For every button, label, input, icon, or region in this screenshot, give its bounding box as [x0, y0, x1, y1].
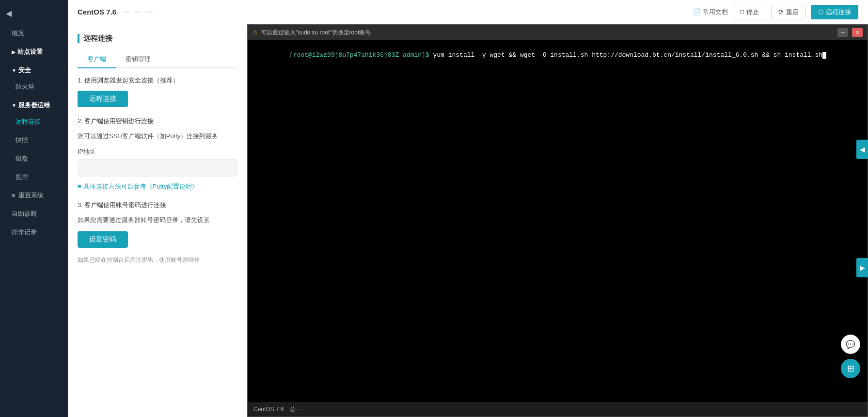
- restart-label: 重启: [786, 8, 799, 16]
- warn-icon: ⚠: [253, 29, 258, 36]
- grid-button[interactable]: ⊞: [841, 359, 860, 378]
- docs-icon: 📄: [693, 8, 701, 16]
- remote-connect-button[interactable]: ⬡ 远程连接: [811, 5, 858, 19]
- terminal-overlay: ⚠ 可以通过输入"sudo su root"切换至root账号 ─ ✕ [roo…: [247, 24, 868, 417]
- sidebar-item-remote-connect[interactable]: 远程连接: [0, 112, 68, 131]
- arrow-right-icon: ▶: [860, 264, 865, 272]
- tab-bar: 客户端 密钥管理: [78, 51, 237, 68]
- terminal-window[interactable]: ⚠ 可以通过输入"sudo su root"切换至root账号 ─ ✕ [roo…: [247, 24, 868, 417]
- arrow-left-icon: ◀: [860, 145, 865, 153]
- remote-icon: ⬡: [818, 8, 823, 16]
- tab-key-mgmt[interactable]: 密钥管理: [116, 51, 160, 68]
- snapshot-label: 快照: [16, 136, 28, 144]
- monitor-label: 监控: [16, 173, 28, 181]
- sidebar-item-firewall[interactable]: 防火墙: [0, 78, 68, 96]
- topbar-tag-2: [134, 11, 142, 13]
- topbar-actions: 📄 常用文档 □ 停止 ⟳ 重启 ⬡ 远程连接: [693, 5, 858, 19]
- step3-desc: 如果您需要通过服务器账号密码登录，请先设置: [78, 215, 237, 225]
- terminal-footer-ip: [298, 409, 303, 410]
- topbar-tags: [122, 11, 687, 13]
- sidebar-item-overview[interactable]: 概况: [0, 24, 68, 43]
- putty-link[interactable]: ≡ 具体连接方法可以参考《Putty配置说明》: [78, 182, 237, 191]
- stop-icon: □: [740, 8, 744, 16]
- remote-label: 远程连接: [826, 8, 851, 16]
- sidebar-item-snapshot[interactable]: 快照: [0, 131, 68, 149]
- terminal-status: 公: [290, 405, 296, 414]
- topbar: CentOS 7.6 📄 常用文档 □ 停止 ⟳ 重启 ⬡ 远程连接: [68, 0, 868, 24]
- security-arrow: ▼: [12, 68, 16, 73]
- arrow-icon: ▶: [12, 49, 16, 55]
- terminal-os-info: CentOS 7.6: [253, 406, 284, 413]
- sidebar-item-op-log[interactable]: 操作记录: [0, 223, 68, 241]
- restart-button[interactable]: ⟳ 重启: [771, 5, 806, 19]
- security-label: 安全: [18, 66, 31, 75]
- sidebar-item-self-diag[interactable]: 自助诊断: [0, 205, 68, 223]
- topbar-tag-3: [145, 11, 153, 13]
- remote-connect-btn[interactable]: 远程连接: [78, 91, 128, 107]
- sidebar-item-site-settings[interactable]: ▶ 站点设置: [0, 43, 68, 61]
- float-side-buttons: ◀ ▶: [856, 140, 868, 277]
- step2-label: 2. 客户端使用密钥进行连接: [78, 117, 237, 126]
- terminal-command: yum install -y wget && wget -O install.s…: [429, 51, 822, 59]
- sidebar-item-security[interactable]: ▼ 安全: [0, 61, 68, 78]
- tab-client[interactable]: 客户端: [78, 51, 116, 68]
- step3-footer: 如果已经在控制台启用过密码，使用账号密码登: [78, 256, 237, 265]
- overview-label: 概况: [12, 29, 24, 38]
- stop-label: 停止: [746, 8, 759, 16]
- terminal-minimize-btn[interactable]: ─: [837, 28, 848, 37]
- terminal-os: CentOS 7.6: [253, 406, 284, 413]
- ip-value-box: [78, 159, 237, 176]
- sidebar-item-disk[interactable]: 磁盘: [0, 149, 68, 168]
- sidebar-item-server-ops[interactable]: ▼ 服务器运维: [0, 96, 68, 112]
- self-diag-label: 自助诊断: [12, 209, 37, 218]
- server-ops-arrow: ▼: [12, 103, 16, 108]
- float-side-arrow-left[interactable]: ◀: [856, 140, 868, 159]
- putty-link-text: 具体连接方法可以参考《Putty配置说明》: [83, 182, 199, 191]
- site-settings-label: 站点设置: [17, 48, 43, 56]
- chat-button[interactable]: 💬: [841, 335, 860, 354]
- terminal-prompt: [root@i2wz99j8u7p47ahik36j83Z admin]$: [289, 51, 429, 59]
- terminal-close-btn[interactable]: ✕: [852, 28, 863, 37]
- grid-icon: ⊞: [847, 363, 854, 374]
- float-bottom-buttons: 💬 ⊞: [841, 335, 860, 378]
- firewall-label: 防火墙: [16, 82, 34, 91]
- sidebar: ◀ 概况 ▶ 站点设置 ▼ 安全 防火墙 ▼ 服务器运维 远程连接 快照 磁盘 …: [0, 0, 68, 417]
- content-area: 远程连接 客户端 密钥管理 1. 使用浏览器发起安全连接（推荐） 远程连接 2.…: [68, 24, 868, 417]
- main-area: CentOS 7.6 📄 常用文档 □ 停止 ⟳ 重启 ⬡ 远程连接: [68, 0, 868, 417]
- terminal-warning-text: 可以通过输入"sudo su root"切换至root账号: [261, 29, 371, 37]
- common-docs-link[interactable]: 📄 常用文档: [693, 8, 728, 16]
- topbar-title: CentOS 7.6: [78, 8, 116, 16]
- putty-icon: ≡: [78, 183, 81, 190]
- reinstall-icon: ≡: [12, 192, 16, 199]
- step2-desc: 您可以通过SSH客户端软件（如Putty）连接到服务: [78, 131, 237, 142]
- restart-icon: ⟳: [778, 8, 784, 16]
- common-docs-label: 常用文档: [703, 8, 728, 16]
- left-panel: 远程连接 客户端 密钥管理 1. 使用浏览器发起安全连接（推荐） 远程连接 2.…: [68, 24, 247, 417]
- op-log-label: 操作记录: [12, 228, 37, 237]
- sidebar-item-reinstall[interactable]: ≡ 重置系统: [0, 186, 68, 205]
- sidebar-item-monitor[interactable]: 监控: [0, 168, 68, 186]
- ip-label: IP地址: [78, 147, 237, 156]
- stop-button[interactable]: □ 停止: [733, 5, 766, 19]
- step3-label: 3. 客户端使用账号密码进行连接: [78, 201, 237, 209]
- set-password-btn[interactable]: 设置密码: [78, 231, 128, 248]
- terminal-cursor: [822, 52, 826, 59]
- float-side-arrow-right[interactable]: ▶: [856, 258, 868, 277]
- terminal-status-info: 公: [290, 405, 303, 414]
- panel-title: 远程连接: [78, 34, 237, 43]
- remote-connect-label: 远程连接: [16, 117, 41, 126]
- terminal-footer: CentOS 7.6 公: [248, 402, 868, 417]
- sidebar-collapse-btn[interactable]: ◀: [6, 9, 12, 18]
- terminal-title-info: ⚠ 可以通过输入"sudo su root"切换至root账号: [253, 29, 371, 37]
- reinstall-label: 重置系统: [18, 191, 44, 200]
- terminal-body[interactable]: [root@i2wz99j8u7p47ahik36j83Z admin]$ yu…: [248, 40, 868, 402]
- terminal-controls: ─ ✕: [837, 28, 863, 37]
- terminal-titlebar: ⚠ 可以通过输入"sudo su root"切换至root账号 ─ ✕: [248, 25, 868, 40]
- disk-label: 磁盘: [16, 154, 28, 163]
- server-ops-label: 服务器运维: [18, 101, 50, 110]
- step1-label: 1. 使用浏览器发起安全连接（推荐）: [78, 76, 237, 85]
- chat-icon: 💬: [846, 340, 855, 349]
- topbar-tag-1: [122, 11, 130, 13]
